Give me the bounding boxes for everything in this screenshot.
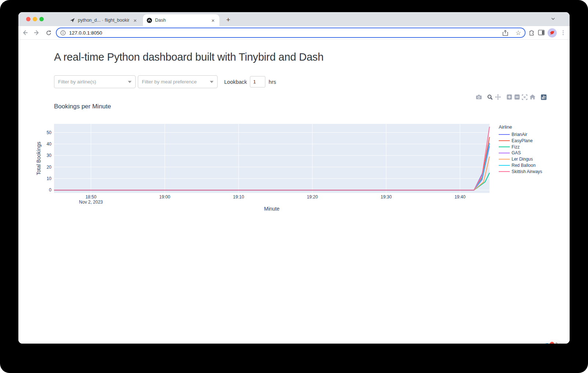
share-icon[interactable] — [502, 30, 508, 36]
dash-app-content: A real-time Python dashboard built with … — [18, 40, 570, 344]
page-title: A real-time Python dashboard built with … — [54, 51, 323, 63]
reload-icon — [46, 30, 52, 36]
browser-window: python_d... · flight_bookings_ × Dash × … — [18, 12, 570, 344]
error-count: 3 — [555, 342, 557, 344]
site-info-icon[interactable] — [60, 30, 66, 36]
close-window-button[interactable] — [26, 17, 31, 21]
close-tab-icon[interactable]: × — [210, 17, 216, 24]
plot-area[interactable] — [54, 124, 490, 193]
pan-icon[interactable] — [494, 94, 502, 100]
legend-item-skittish-airways[interactable]: Skittish Airways — [499, 169, 542, 174]
chevron-down-icon — [210, 81, 214, 83]
menu-icon[interactable]: ⋮ — [560, 29, 566, 36]
legend-title: Airline — [499, 124, 512, 130]
chart-title: Bookings per Minute — [54, 103, 111, 110]
x-tick-label: 19:10 — [233, 194, 244, 200]
bookmark-star-icon[interactable]: ☆ — [516, 30, 521, 36]
x-tick-sublabel: Nov 2, 2023 — [79, 200, 103, 205]
back-icon — [22, 29, 28, 36]
meal-filter-dropdown[interactable]: Filter by meal preference — [138, 75, 218, 88]
tab-dash[interactable]: Dash × — [143, 14, 219, 26]
camera-icon[interactable] — [475, 94, 483, 100]
zoom-out-icon[interactable] — [513, 94, 521, 100]
plotly-modebar — [471, 94, 548, 100]
x-axis-title: Minute — [264, 206, 279, 212]
chevron-down-icon — [128, 81, 132, 83]
x-tick-label: 18:50 — [85, 194, 96, 200]
zoom-window-button[interactable] — [39, 17, 44, 21]
legend-item-gas[interactable]: GAS — [499, 150, 521, 155]
y-tick-label: 40 — [47, 141, 52, 147]
legend-label: EasyPlane — [512, 138, 533, 143]
address-bar[interactable]: 127.0.0.1:8050 ☆ — [56, 28, 526, 38]
legend-item-ler-dingus[interactable]: Ler Dingus — [499, 157, 533, 162]
legend-label: Ler Dingus — [512, 157, 533, 162]
x-tick-label: 19:30 — [381, 194, 392, 200]
url-text[interactable]: 127.0.0.1:8050 — [69, 30, 502, 36]
forward-button[interactable] — [32, 28, 42, 38]
airline-filter-dropdown[interactable]: Filter by airline(s) — [54, 75, 136, 88]
lookback-label: Lookback — [224, 79, 247, 85]
debug-error-badge[interactable]: 3 — [548, 340, 560, 344]
airline-filter-placeholder: Filter by airline(s) — [58, 79, 128, 85]
y-tick-label: 10 — [47, 176, 52, 181]
legend-label: Red Balloon — [512, 163, 535, 168]
profile-avatar[interactable] — [548, 28, 557, 37]
legend-item-red-balloon[interactable]: Red Balloon — [499, 163, 535, 168]
new-tab-button[interactable]: + — [223, 15, 233, 25]
meal-filter-placeholder: Filter by meal preference — [142, 79, 210, 85]
tinybird-icon — [549, 30, 555, 35]
back-button[interactable] — [20, 28, 30, 38]
legend-label: Skittish Airways — [512, 169, 542, 174]
tab-flight-bookings[interactable]: python_d... · flight_bookings_ × — [66, 14, 141, 26]
error-dot-icon — [550, 342, 554, 344]
legend-item-fizz[interactable]: Fizz — [499, 144, 520, 150]
plotly-logo-icon[interactable] — [540, 94, 548, 100]
y-tick-label: 30 — [47, 153, 52, 158]
legend-label: BrianAir — [512, 132, 527, 137]
tab-title: python_d... · flight_bookings_ — [78, 18, 129, 23]
y-axis-title: Total Bookings — [36, 141, 42, 175]
y-tick-label: 0 — [49, 187, 51, 193]
chevron-down-icon[interactable] — [551, 16, 556, 21]
legend-label: GAS — [512, 150, 521, 155]
legend-item-brianair[interactable]: BrianAir — [499, 132, 527, 137]
y-tick-label: 20 — [47, 165, 52, 170]
legend-label: Fizz — [512, 144, 520, 150]
reload-button[interactable] — [43, 28, 54, 38]
paper-plane-icon — [70, 18, 75, 23]
browser-toolbar: 127.0.0.1:8050 ☆ ⋮ — [18, 26, 570, 40]
lookback-input[interactable] — [250, 76, 265, 87]
side-panel-icon[interactable] — [538, 30, 545, 36]
zoom-in-icon[interactable] — [505, 94, 513, 100]
reset-axes-icon[interactable] — [528, 94, 536, 100]
lookback-unit-label: hrs — [269, 79, 276, 85]
x-tick-label: 19:20 — [307, 194, 318, 200]
close-tab-icon[interactable]: × — [132, 17, 138, 24]
legend-item-easyplane[interactable]: EasyPlane — [499, 138, 533, 143]
minimize-window-button[interactable] — [33, 17, 37, 21]
y-tick-label: 50 — [47, 130, 52, 135]
dash-logo-icon — [147, 18, 152, 23]
x-tick-label: 19:00 — [159, 194, 170, 200]
tab-strip: python_d... · flight_bookings_ × Dash × … — [18, 12, 570, 26]
bookings-line-chart: 18:50Nov 2, 202319:0019:1019:2019:3019:4… — [33, 121, 551, 217]
screenshot-frame: python_d... · flight_bookings_ × Dash × … — [0, 0, 588, 373]
tab-title: Dash — [155, 18, 207, 23]
filter-row: Filter by airline(s) Filter by meal pref… — [54, 75, 276, 88]
autoscale-icon[interactable] — [521, 94, 528, 100]
extensions-icon[interactable] — [528, 29, 535, 36]
forward-icon — [33, 29, 40, 36]
zoom-icon[interactable] — [486, 94, 494, 100]
x-tick-label: 19:40 — [455, 194, 466, 200]
